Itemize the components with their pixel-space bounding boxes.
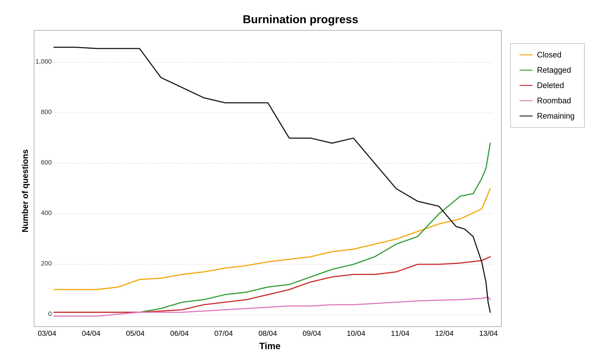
legend-label: Deleted [537, 81, 564, 90]
y-axis-label-container: Number of questions [16, 30, 34, 351]
y-axis-label: Number of questions [20, 149, 30, 232]
legend-line [520, 70, 533, 70]
chart-container: Burnination progress Number of questions… [16, 13, 585, 351]
legend-label: Roombad [537, 96, 571, 105]
legend-line [520, 100, 533, 101]
svg-text:800: 800 [41, 108, 52, 115]
x-tick-label: 07/04 [210, 329, 237, 338]
x-tick-label: 11/04 [387, 329, 413, 338]
legend-line [520, 116, 533, 117]
x-axis-title: Time [34, 341, 506, 351]
legend-line [520, 54, 533, 55]
svg-text:0: 0 [48, 310, 52, 317]
legend-item: Remaining [520, 111, 575, 121]
x-tick-label: 12/04 [431, 329, 457, 338]
legend-item: Closed [520, 50, 575, 59]
x-axis-labels: 03/0404/0405/0406/0407/0408/0409/0410/04… [34, 327, 501, 338]
x-tick-label: 04/04 [78, 329, 104, 338]
legend-item: Roombad [520, 96, 575, 105]
x-tick-label: 03/04 [34, 329, 60, 338]
legend-label: Closed [537, 50, 561, 59]
x-tick-label: 05/04 [122, 329, 148, 338]
svg-text:600: 600 [41, 159, 52, 166]
x-tick-label: 10/04 [343, 329, 369, 338]
chart-svg: 02004006008001,000 [34, 30, 501, 326]
chart-legend: Closed Retagged Deleted Roombad Remainin… [510, 43, 585, 128]
x-tick-label: 08/04 [255, 329, 281, 338]
x-tick-label: 06/04 [166, 329, 192, 338]
legend-item: Deleted [520, 81, 575, 90]
svg-text:400: 400 [41, 209, 52, 216]
legend-label: Remaining [537, 111, 575, 121]
chart-title: Burnination progress [243, 13, 358, 26]
chart-plot: 02004006008001,000 [34, 30, 501, 327]
svg-text:200: 200 [41, 260, 52, 267]
legend-line [520, 85, 533, 86]
x-tick-label: 09/04 [299, 329, 325, 338]
legend-item: Retagged [520, 66, 575, 75]
svg-text:1,000: 1,000 [35, 58, 52, 65]
legend-label: Retagged [537, 66, 571, 75]
x-tick-label: 13/04 [475, 329, 501, 338]
